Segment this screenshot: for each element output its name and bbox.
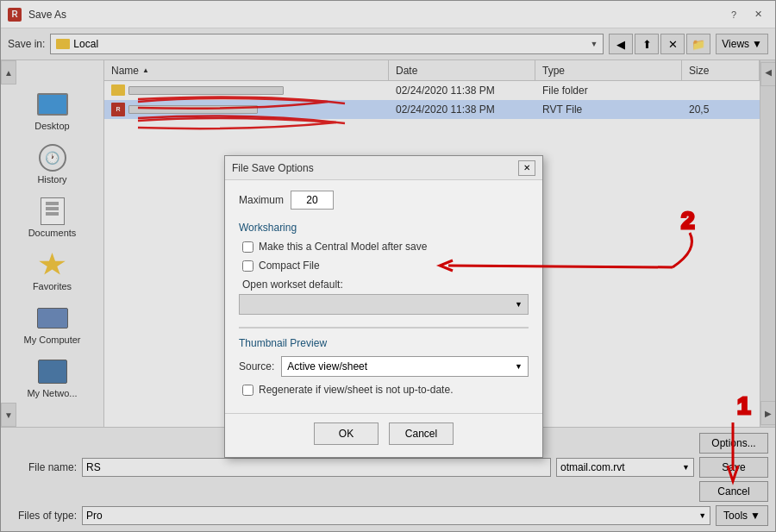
worksharing-label: Worksharing xyxy=(239,222,529,234)
maximum-label: Maximum xyxy=(239,194,284,206)
source-row: Source: Active view/sheet ▼ xyxy=(239,356,529,377)
compact-file-checkbox[interactable] xyxy=(242,260,253,272)
file-save-options-dialog: File Save Options ✕ Maximum Worksharing … xyxy=(224,155,543,458)
dialog-title: File Save Options xyxy=(232,162,513,174)
dialog-body: Maximum Worksharing Make this a Central … xyxy=(225,180,542,413)
regenerate-label: Regenerate if view/sheet is not up-to-da… xyxy=(259,384,453,396)
compact-file-row: Compact File xyxy=(239,260,529,272)
maximum-input[interactable] xyxy=(291,191,334,210)
dialog-ok-button[interactable]: OK xyxy=(314,422,379,445)
dialog-cancel-button[interactable]: Cancel xyxy=(389,422,454,445)
dialog-close-button[interactable]: ✕ xyxy=(518,160,535,176)
thumbnail-label: Thumbnail Preview xyxy=(239,337,529,349)
regenerate-checkbox[interactable] xyxy=(242,385,253,396)
source-combo[interactable]: Active view/sheet ▼ xyxy=(281,356,529,377)
dialog-footer: OK Cancel xyxy=(225,413,542,457)
workset-combo-arrow: ▼ xyxy=(515,300,523,309)
source-label: Source: xyxy=(239,360,274,372)
regenerate-row: Regenerate if view/sheet is not up-to-da… xyxy=(239,384,529,396)
dialog-title-bar: File Save Options ✕ xyxy=(225,156,542,180)
central-model-label: Make this a Central Model after save xyxy=(259,241,427,253)
source-value: Active view/sheet xyxy=(287,360,367,372)
maximum-row: Maximum xyxy=(239,191,529,210)
central-model-checkbox[interactable] xyxy=(242,241,253,253)
thumbnail-section: Thumbnail Preview Source: Active view/sh… xyxy=(239,327,529,396)
compact-file-label: Compact File xyxy=(259,260,320,272)
source-arrow: ▼ xyxy=(515,362,523,371)
workset-combo[interactable]: ▼ xyxy=(239,294,529,315)
open-workset-label: Open workset default: xyxy=(239,279,529,291)
central-model-row: Make this a Central Model after save xyxy=(239,241,529,253)
